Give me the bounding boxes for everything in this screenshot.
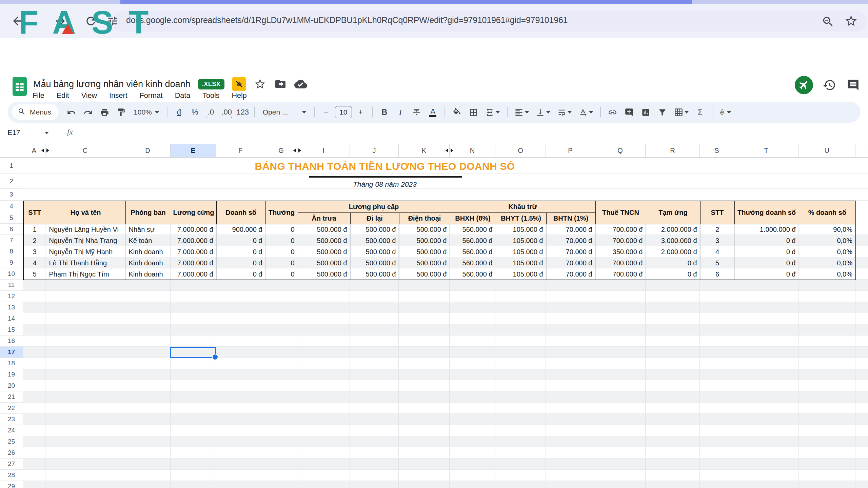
hidden-col-expand-icon[interactable]	[298, 148, 301, 152]
col-header-R[interactable]: R	[646, 144, 700, 158]
vertical-align-button[interactable]	[533, 104, 553, 120]
cell-O10[interactable]: 105.000 đ	[496, 269, 546, 280]
currency-format-button[interactable]: đ	[172, 104, 186, 120]
font-select[interactable]: Open ...	[259, 104, 310, 120]
cell-Q9[interactable]: 700.000 đ	[595, 258, 646, 269]
insert-comment-button[interactable]	[622, 104, 637, 120]
row-header-20[interactable]: 20	[0, 380, 23, 391]
col-header-I[interactable]: I	[297, 144, 350, 158]
cell-P9[interactable]: 70.000 đ	[546, 258, 595, 269]
cell-N8[interactable]: 560.000 đ	[450, 246, 496, 258]
functions-button[interactable]: Σ	[693, 104, 707, 120]
row-header-3[interactable]: 3	[0, 189, 23, 201]
paint-format-button[interactable]	[114, 104, 129, 120]
table-header-8[interactable]: Thuế TNCN	[595, 201, 646, 224]
percent-format-button[interactable]: %	[188, 104, 202, 120]
profile-avatar-plane-icon[interactable]	[795, 76, 813, 94]
table-header-9[interactable]: Tạm ứng	[646, 201, 700, 224]
cell-A10[interactable]: 5	[23, 269, 46, 280]
cell-C9[interactable]: Lê Thị Thanh Hằng	[46, 258, 125, 269]
cell-K10[interactable]: 500.000 đ	[399, 269, 450, 280]
table-header-2[interactable]: Phòng ban	[125, 201, 171, 224]
row-header-21[interactable]: 21	[0, 391, 23, 403]
cell-C8[interactable]: Nguyễn Thị Mỹ Hạnh	[46, 246, 125, 258]
cell-C10[interactable]: Phạm Thị Ngọc Tím	[46, 269, 125, 280]
cell-P10[interactable]: 70.000 đ	[546, 269, 595, 280]
star-doc-button[interactable]	[254, 78, 267, 90]
cell-T10[interactable]: 0 đ	[734, 269, 799, 280]
col-header-O[interactable]: O	[495, 144, 546, 158]
cell-G9[interactable]: 0	[265, 258, 298, 269]
menu-help[interactable]: Help	[232, 92, 246, 100]
col-header-Q[interactable]: Q	[595, 144, 646, 158]
decrease-font-size-button[interactable]: −	[319, 104, 333, 120]
table-subheader-1[interactable]: Đi lại	[350, 212, 399, 224]
cell-J7[interactable]: 500.000 đ	[350, 235, 399, 246]
more-formats-button[interactable]: 123	[236, 104, 250, 120]
table-subheader-2[interactable]: Điện thoại	[399, 212, 450, 224]
cell-P7[interactable]: 70.000 đ	[546, 235, 595, 246]
hidden-col-expand-icon[interactable]	[41, 148, 44, 152]
cell-K8[interactable]: 500.000 đ	[399, 246, 450, 258]
menu-tools[interactable]: Tools	[202, 92, 219, 100]
cell-E9[interactable]: 7.000.000 đ	[171, 258, 216, 269]
text-color-button[interactable]: A	[426, 104, 440, 120]
cell-Q7[interactable]: 700.000 đ	[595, 235, 646, 246]
cell-A9[interactable]: 4	[23, 258, 46, 269]
table-header-11[interactable]: Thưởng doanh số	[734, 201, 799, 224]
cell-S10[interactable]: 6	[700, 269, 734, 280]
menu-edit[interactable]: Edit	[57, 92, 69, 100]
col-header-P[interactable]: P	[546, 144, 595, 158]
horizontal-align-button[interactable]	[512, 104, 532, 120]
name-box[interactable]: E17	[7, 128, 20, 137]
cell-Q6[interactable]: 700.000 đ	[595, 224, 646, 235]
version-history-button[interactable]	[822, 78, 837, 93]
redo-button[interactable]	[80, 104, 95, 120]
col-header-N[interactable]: N	[450, 144, 495, 158]
row-header-10[interactable]: 10	[0, 268, 23, 280]
row-header-17[interactable]: 17	[0, 347, 23, 358]
row-header-6[interactable]: 6	[0, 224, 23, 235]
increase-font-size-button[interactable]: +	[354, 104, 368, 120]
menu-data[interactable]: Data	[175, 92, 190, 100]
row-header-9[interactable]: 9	[0, 257, 23, 268]
col-header-D[interactable]: D	[125, 144, 171, 158]
cell-G7[interactable]: 0	[265, 235, 298, 246]
cell-C7[interactable]: Nguyễn Thị Nha Trang	[46, 235, 125, 246]
row-header-2[interactable]: 2	[0, 174, 23, 189]
cell-S6[interactable]: 2	[700, 224, 734, 235]
table-header-12[interactable]: % doanh số	[799, 201, 856, 224]
cell-R9[interactable]: 0 đ	[646, 258, 700, 269]
cell-G6[interactable]: 0	[265, 224, 298, 235]
font-size-input[interactable]: 10	[335, 106, 352, 118]
sheets-logo-icon[interactable]	[10, 76, 29, 97]
cell-N9[interactable]: 560.000 đ	[450, 258, 496, 269]
cell-K7[interactable]: 500.000 đ	[399, 235, 450, 246]
cloud-status-icon[interactable]	[294, 78, 307, 90]
hidden-col-expand-icon[interactable]	[446, 148, 448, 152]
col-header-S[interactable]: S	[700, 144, 734, 158]
input-tools-button[interactable]: ê	[717, 104, 735, 120]
cell-E10[interactable]: 7.000.000 đ	[171, 269, 216, 280]
col-header-F[interactable]: F	[216, 144, 265, 158]
col-header-E[interactable]: E	[171, 144, 216, 158]
table-header-7[interactable]: Khấu trừ	[450, 201, 595, 212]
cell-A8[interactable]: 3	[23, 246, 46, 258]
table-subheader-3[interactable]: BHXH (8%)	[450, 212, 496, 224]
cell-E7[interactable]: 7.000.000 đ	[171, 235, 216, 246]
print-button[interactable]	[97, 104, 112, 120]
row-header-18[interactable]: 18	[0, 358, 23, 369]
cell-U8[interactable]: 0,0%	[799, 246, 856, 258]
cell-C6[interactable]: Nguyễn Lăng Huyền Vi	[46, 224, 125, 235]
cell-T7[interactable]: 0 đ	[734, 235, 799, 246]
table-subheader-0[interactable]: Ăn trưa	[298, 212, 350, 224]
cell-T6[interactable]: 1.000.000 đ	[734, 224, 799, 235]
cell-Q10[interactable]: 700.000 đ	[595, 269, 646, 280]
cell-F10[interactable]: 0 đ	[216, 269, 265, 280]
cell-F6[interactable]: 900.000 đ	[216, 224, 265, 235]
cell-O9[interactable]: 105.000 đ	[496, 258, 546, 269]
cell-J9[interactable]: 500.000 đ	[350, 258, 399, 269]
col-header-A[interactable]: A	[23, 144, 45, 158]
row-header-5[interactable]: 5	[0, 212, 23, 224]
row-header-27[interactable]: 27	[0, 459, 23, 470]
